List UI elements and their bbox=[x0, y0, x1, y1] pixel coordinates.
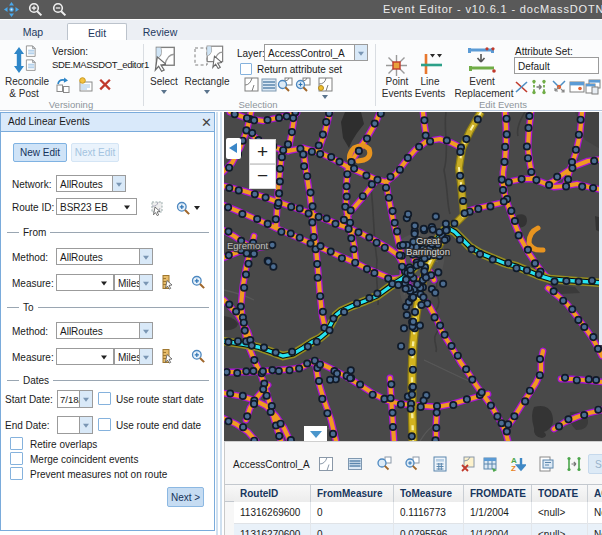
svg-text:Barrington: Barrington bbox=[406, 246, 450, 257]
svg-text:Egremont: Egremont bbox=[227, 240, 269, 251]
svg-text:Z: Z bbox=[511, 464, 516, 472]
svg-text:Great: Great bbox=[416, 235, 440, 246]
